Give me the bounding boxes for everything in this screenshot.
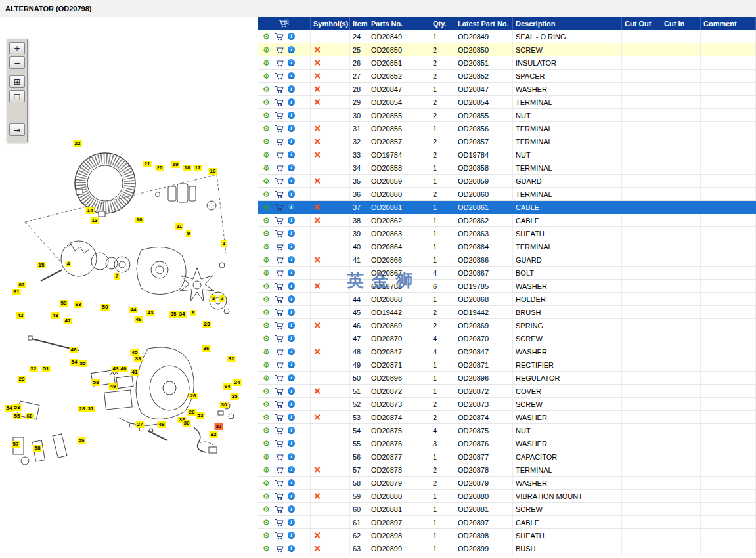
table-row[interactable]: 28 OD20847 1 OD20847 WASHER: [258, 83, 756, 96]
settings-gear-icon[interactable]: [262, 151, 271, 159]
table-row[interactable]: 55 OD20876 3 OD20876 WASHER: [258, 437, 756, 450]
settings-gear-icon[interactable]: [262, 256, 271, 264]
diagram-part-label[interactable]: 33: [134, 356, 143, 362]
fit-view-button[interactable]: ⊞: [9, 75, 25, 88]
add-to-cart-icon[interactable]: [275, 243, 284, 251]
table-row[interactable]: 31 OD20856 1 OD20856 TERMINAL: [258, 122, 756, 135]
table-row[interactable]: 50 OD20896 1 OD20896 REGULATOR: [258, 372, 756, 385]
diagram-part-label[interactable]: 59: [60, 300, 68, 307]
diagram-part-label[interactable]: 21: [143, 161, 152, 167]
table-row[interactable]: 54 OD20875 4 OD20875 NUT: [258, 424, 756, 437]
info-icon[interactable]: [288, 295, 295, 303]
add-to-cart-icon[interactable]: [275, 532, 284, 540]
table-row[interactable]: 34 OD20858 1 OD20858 TERMINAL: [258, 161, 756, 175]
info-icon[interactable]: [288, 282, 295, 290]
settings-gear-icon[interactable]: [262, 72, 271, 80]
zoom-out-button[interactable]: −: [9, 56, 25, 69]
table-row[interactable]: OD20867 4 OD20867 BOLT: [258, 267, 756, 280]
settings-gear-icon[interactable]: [262, 374, 271, 382]
add-to-cart-icon[interactable]: [275, 322, 284, 330]
diagram-part-label[interactable]: 34: [178, 311, 187, 318]
diagram-part-label[interactable]: 49: [158, 421, 166, 428]
diagram-part-label[interactable]: 50: [101, 304, 110, 311]
table-row[interactable]: 48 OD20847 4 OD20847 WASHER: [258, 345, 756, 358]
table-row[interactable]: 26 OD20851 2 OD20851 INSULATOR: [258, 56, 756, 70]
diagram-part-label[interactable]: 30: [220, 402, 229, 408]
diagram-part-label[interactable]: 41: [131, 369, 139, 376]
info-icon[interactable]: [288, 151, 295, 158]
add-to-cart-icon[interactable]: [275, 505, 284, 513]
table-row[interactable]: 62 OD20898 1 OD20898 SHEATH: [258, 529, 756, 542]
add-to-cart-icon[interactable]: [275, 177, 284, 185]
add-to-cart-icon[interactable]: [275, 335, 284, 343]
diagram-part-label[interactable]: 53: [13, 404, 22, 411]
add-to-cart-icon[interactable]: [275, 98, 284, 106]
table-row[interactable]: 38 OD20862 1 OD20862 CABLE: [258, 214, 756, 227]
diagram-part-label[interactable]: 58: [92, 379, 100, 386]
column-header[interactable]: Latest Part No.: [455, 17, 513, 30]
add-to-cart-icon[interactable]: [275, 72, 284, 80]
diagram-part-label[interactable]: 17: [194, 165, 202, 171]
settings-gear-icon[interactable]: [262, 282, 271, 290]
table-row[interactable]: 57 OD20878 2 OD20878 TERMINAL: [258, 463, 756, 477]
info-icon[interactable]: [288, 243, 295, 250]
diagram-part-label[interactable]: 15: [37, 262, 46, 268]
diagram-part-label[interactable]: 57: [12, 441, 20, 448]
add-to-cart-icon[interactable]: [275, 138, 284, 146]
table-row[interactable]: 52 OD20873 2 OD20873 SCREW: [258, 398, 756, 411]
add-to-cart-icon[interactable]: [275, 85, 284, 93]
settings-gear-icon[interactable]: [262, 309, 271, 316]
column-header[interactable]: Qty.: [430, 17, 455, 30]
table-row[interactable]: 37 OD20861 1 OD20861 CABLE: [258, 201, 756, 214]
settings-gear-icon[interactable]: [262, 85, 271, 93]
add-to-cart-icon[interactable]: [275, 545, 284, 553]
diagram-part-label[interactable]: 24: [233, 379, 242, 386]
diagram-part-label[interactable]: 45: [131, 349, 139, 356]
diagram-part-label[interactable]: 44: [129, 307, 138, 313]
table-row[interactable]: 45 OD19442 2 OD19442 BRUSH: [258, 306, 756, 319]
settings-gear-icon[interactable]: [262, 98, 271, 106]
settings-gear-icon[interactable]: [262, 427, 271, 435]
add-to-cart-icon[interactable]: [275, 348, 284, 356]
diagram-part-label[interactable]: 4: [66, 261, 71, 267]
diagram-part-label[interactable]: 42: [16, 312, 25, 319]
settings-gear-icon[interactable]: [262, 440, 271, 448]
diagram-part-label[interactable]: 37: [215, 423, 223, 430]
info-icon[interactable]: [288, 217, 295, 224]
info-icon[interactable]: [288, 125, 295, 132]
settings-gear-icon[interactable]: [262, 177, 271, 185]
settings-gear-icon[interactable]: [262, 335, 271, 343]
diagram-part-label[interactable]: 18: [183, 165, 192, 171]
add-to-cart-icon[interactable]: [275, 414, 284, 421]
diagram-part-label[interactable]: 13: [91, 217, 99, 224]
settings-gear-icon[interactable]: [262, 479, 271, 487]
table-row[interactable]: 61 OD20897 1 OD20897 CABLE: [258, 516, 756, 529]
table-row[interactable]: 46 OD20869 2 OD20869 SPRING: [258, 319, 756, 332]
diagram-part-label[interactable]: 63: [74, 301, 83, 308]
diagram-part-label[interactable]: 55: [13, 413, 22, 419]
table-row[interactable]: OD19785 6 OD19785 WASHER: [258, 280, 756, 293]
settings-gear-icon[interactable]: [262, 46, 271, 54]
diagram-part-label[interactable]: 16: [209, 168, 217, 175]
info-icon[interactable]: [288, 33, 295, 40]
table-row[interactable]: 27 OD20852 2 OD20852 SPACER: [258, 70, 756, 83]
diagram-part-label[interactable]: 43: [112, 366, 120, 372]
info-icon[interactable]: [288, 466, 295, 473]
info-icon[interactable]: [288, 112, 295, 119]
settings-gear-icon[interactable]: [262, 33, 271, 41]
info-icon[interactable]: [288, 414, 295, 421]
diagram-part-label[interactable]: 62: [18, 282, 26, 288]
diagram-part-label[interactable]: 19: [171, 161, 180, 168]
add-to-cart-icon[interactable]: [275, 190, 284, 198]
info-icon[interactable]: [288, 348, 295, 355]
diagram-part-label[interactable]: 7: [114, 273, 120, 280]
table-row[interactable]: 59 OD20880 1 OD20880 VIBRATION MOUNT: [258, 490, 756, 503]
add-to-cart-icon[interactable]: [275, 453, 284, 461]
diagram-part-label[interactable]: 58: [33, 445, 42, 452]
info-icon[interactable]: [288, 230, 295, 237]
diagram-part-label[interactable]: 35: [169, 311, 178, 318]
diagram-part-label[interactable]: 14: [86, 207, 95, 214]
add-to-cart-icon[interactable]: [275, 466, 284, 474]
add-to-cart-icon[interactable]: [275, 492, 284, 500]
settings-gear-icon[interactable]: [262, 125, 271, 133]
